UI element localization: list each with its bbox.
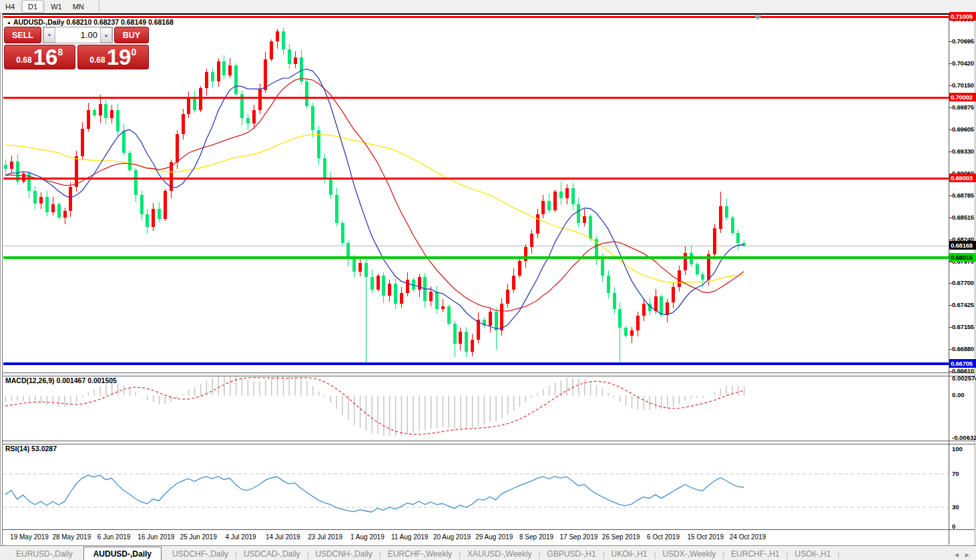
price-level-badge-0.66705: 0.66705: [949, 359, 976, 368]
date-tick-label: 26 Sep 2019: [602, 533, 640, 541]
chart-expand-icon[interactable]: ▲: [7, 20, 11, 25]
price-tick-label: 0.66880: [952, 345, 974, 352]
price-tick-label: 0.70150: [952, 81, 974, 89]
ma20-line[interactable]: [5, 79, 744, 312]
rsi-indicator-label: RSI(14) 53.0287: [5, 445, 57, 453]
price-chart-canvas[interactable]: [0, 0, 976, 560]
date-tick-label: 28 May 2019: [52, 533, 91, 541]
date-tick-label: 15 Oct 2019: [688, 533, 724, 541]
macd-rsi-separator[interactable]: [3, 441, 975, 445]
chart-title-text: AUDUSD-,Daily 0.68210 0.68237 0.68149 0.…: [13, 18, 174, 26]
date-tick-label: 19 May 2019: [10, 533, 49, 541]
macd-axis-label: 0.00: [952, 391, 965, 398]
price-tick-label: 0.67700: [952, 279, 974, 286]
ma55-line[interactable]: [5, 135, 744, 283]
rsi-axis-label: 0: [952, 523, 955, 530]
macd-axis-label: 0.002574: [952, 374, 976, 382]
rsi-axis-label: 30: [952, 503, 959, 511]
chart-tab-usdchf-daily[interactable]: USDCHF-,Daily: [166, 547, 235, 560]
ma10-line[interactable]: [5, 69, 744, 328]
date-tick-label: 17 Sep 2019: [560, 533, 598, 541]
chart-tab-usoil-h1[interactable]: USOil-,H1: [788, 547, 838, 560]
chart-tab-usdcad-daily[interactable]: USDCAD-,Daily: [237, 547, 307, 560]
volume-stepper: ▼ ▲: [43, 27, 113, 43]
price-tick-label: 0.67425: [952, 301, 974, 308]
price-tick-label: 0.69330: [952, 148, 974, 155]
date-tick-label: 6 Jun 2019: [97, 533, 131, 541]
price-tick-label: 0.69875: [952, 103, 974, 111]
price-tick-label: 0.70695: [952, 37, 974, 45]
tabs-scroll-right-icon[interactable]: ▶: [965, 552, 969, 558]
date-tick-label: 4 Jul 2019: [225, 533, 256, 541]
rsi-line: [5, 475, 744, 512]
mt4-terminal-window: H4D1W1MN ▲AUDUSD-,Daily 0.68210 0.68237 …: [0, 0, 976, 560]
tabs-scroll-left-icon[interactable]: ◀: [955, 552, 959, 558]
chart-tab-eurchf-h1[interactable]: EURCHF-,H1: [724, 547, 786, 560]
macd-axis-label: -0.006326: [952, 434, 976, 441]
buy-button[interactable]: BUY: [114, 27, 149, 43]
price-level-badge-0.68015: 0.68015: [949, 253, 976, 262]
date-tick-label: 25 Jun 2019: [180, 533, 217, 541]
chart-tab-ukoil-h1[interactable]: UKOil-,H1: [605, 547, 654, 560]
volume-input[interactable]: [55, 27, 100, 43]
chart-title: ▲AUDUSD-,Daily 0.68210 0.68237 0.68149 0…: [7, 18, 174, 26]
buy-price-button[interactable]: 0.68 19 0: [77, 45, 150, 69]
price-tick-label: 0.70420: [952, 59, 974, 67]
price-level-badge-0.68168: 0.68168: [949, 241, 976, 250]
chart-tab-eurusd-daily[interactable]: EURUSD-,Daily: [9, 547, 79, 560]
chart-tab-xauusd-weekly[interactable]: XAUUSD-,Weekly: [461, 547, 538, 560]
price-level-badge-0.70002: 0.70002: [949, 93, 976, 101]
buy-price-prefix: 0.68: [89, 55, 105, 65]
one-click-trading-panel: SELL ▼ ▲ BUY 0.68 16 8 0.68 19 0: [4, 27, 149, 69]
chart-tab-bar: EURUSD-,Daily AUDUSD-,Daily USDCHF-,Dail…: [0, 545, 976, 560]
macd-indicator-label: MACD(12,26,9) 0.001467 0.001505: [5, 376, 117, 384]
sell-price-pip: 8: [57, 47, 63, 57]
date-tick-label: 11 Aug 2019: [391, 533, 428, 541]
chart-macd-separator[interactable]: [3, 372, 975, 376]
rsi-axis-label: 100: [952, 445, 963, 453]
price-tick-label: 0.69605: [952, 125, 974, 133]
buy-price-pip: 0: [131, 47, 136, 57]
date-tick-label: 20 Aug 2019: [433, 533, 471, 541]
date-tick-label: 14 Jul 2019: [266, 533, 300, 541]
date-tick-label: 23 Jul 2019: [308, 533, 342, 541]
price-tick-label: 0.67155: [952, 323, 974, 330]
date-tick-label: 8 Sep 2019: [519, 533, 553, 541]
sell-price-main: 16: [33, 46, 58, 68]
volume-decrease-button[interactable]: ▼: [43, 27, 55, 43]
price-tick-label: 0.68785: [952, 192, 974, 199]
rsi-dateaxis-separator: [3, 529, 975, 530]
sell-price-prefix: 0.68: [16, 55, 31, 65]
chart-tab-usdcnh-daily[interactable]: USDCNH-,Daily: [308, 547, 379, 560]
date-tick-label: 16 Jun 2019: [138, 533, 174, 541]
chart-tab-audusd-daily[interactable]: AUDUSD-,Daily: [83, 547, 162, 560]
macd-histogram: [6, 376, 744, 437]
price-tick-label: 0.68515: [952, 214, 974, 221]
macd-signal-line: [5, 378, 744, 435]
price-level-badge-0.71005: 0.71005: [949, 12, 976, 21]
price-tick-label: 0.66610: [952, 367, 974, 374]
chart-tab-gbpusd-h1[interactable]: GBPUSD-,H1: [540, 547, 602, 560]
date-tick-label: 1 Aug 2019: [350, 533, 385, 541]
price-level-badge-0.69003: 0.69003: [949, 174, 976, 182]
date-tick-label: 29 Aug 2019: [475, 533, 513, 541]
rsi-axis-label: 70: [952, 470, 959, 477]
buy-price-main: 19: [107, 46, 132, 68]
date-tick-label: 6 Oct 2019: [647, 533, 680, 541]
date-tick-label: 24 Oct 2019: [730, 533, 766, 541]
sell-price-button[interactable]: 0.68 16 8: [4, 45, 75, 69]
volume-increase-button[interactable]: ▲: [100, 27, 112, 43]
sell-button[interactable]: SELL: [4, 27, 41, 43]
chart-tab-usdx-weekly[interactable]: USDX-,Weekly: [656, 547, 722, 560]
chart-tab-eurchf-weekly[interactable]: EURCHF-,Weekly: [381, 547, 459, 560]
candles-layer: [4, 27, 746, 362]
time-axis[interactable]: 19 May 201928 May 20196 Jun 201916 Jun 2…: [3, 531, 949, 545]
tab-separator: |: [838, 551, 840, 560]
